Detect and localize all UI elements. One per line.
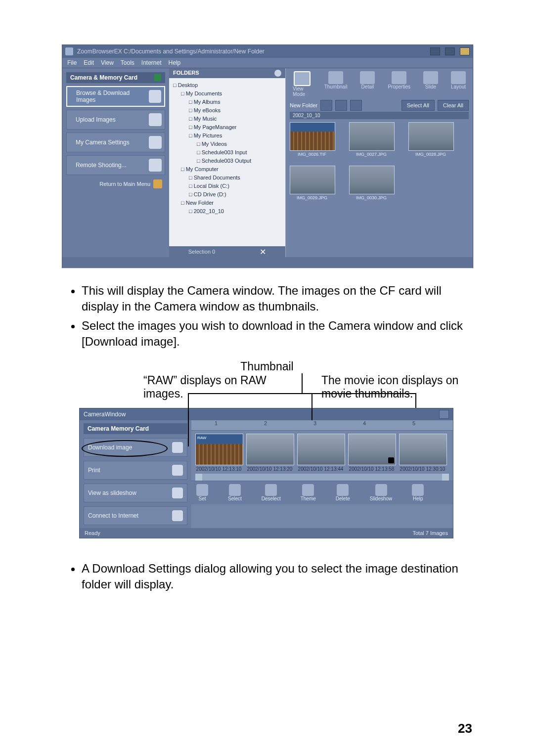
globe-icon [172,510,183,521]
thumbnail-grid: IMG_0026.TIFIMG_0027.JPGIMG_0028.JPGIMG_… [290,122,469,257]
toolbar-button[interactable]: Select [228,484,242,501]
left-panel: Camera & Memory Card Browse & Download I… [62,68,169,257]
folder-tree[interactable]: □ Desktop□ My Documents□ My Albums□ My e… [169,78,285,219]
row-label: Download image [88,444,132,451]
camera-window-title: CameraWindow [84,411,126,418]
tree-node[interactable]: □ My PageManager [171,123,283,132]
nav-remote-shooting[interactable]: Remote Shooting... [66,155,165,175]
ruler-mark: 5 [389,420,439,430]
menu-help[interactable]: Help [169,59,181,66]
toolbar-button[interactable]: Set [196,484,208,501]
menu-bar: File Edit View Tools Internet Help [62,58,473,68]
toolbar-button[interactable]: Delete [336,484,350,501]
path-bar: 2002_10_10 [290,112,469,119]
tree-node[interactable]: □ My Pictures [171,132,283,140]
menu-edit[interactable]: Edit [84,59,94,66]
print-button[interactable]: Print [84,461,187,480]
tree-node[interactable]: □ My Computer [171,165,283,174]
row-label: View as slideshow [88,489,136,496]
nav-upload[interactable]: Upload Images [66,110,165,130]
view-mode[interactable]: Thumbnail [324,71,348,97]
nav-browse-download[interactable]: Browse & Download Images [66,86,165,107]
nav-label: Browse & Download Images [76,89,149,103]
tree-node[interactable]: □ My Music [171,115,283,123]
instruction-item: A Download Settings dialog allowing you … [82,561,472,593]
zoombrowser-window: ZoomBrowserEX C:/Documents and Settings/… [62,44,473,268]
tree-node[interactable]: □ New Folder [171,199,283,207]
view-mode[interactable]: Properties [388,71,410,97]
instruction-item: This will display the Camera window. The… [82,283,472,315]
tree-node[interactable]: □ My Documents [171,89,283,98]
tree-node[interactable]: □ Schedule003 Output [171,157,283,165]
instruction-list: A Download Settings dialog allowing you … [82,561,472,593]
nav-label: My Camera Settings [76,139,130,146]
maximize-icon[interactable] [445,47,455,55]
thumbnail[interactable]: IMG_0030.JPG [349,166,394,200]
thumbnail[interactable]: IMG_0026.TIF [290,122,334,157]
scrollbar[interactable] [195,474,449,481]
app-icon [65,47,73,55]
camera-thumbnail[interactable]: 2002/10/10 12:13:58 [348,434,395,472]
menu-file[interactable]: File [67,59,77,66]
close-icon[interactable] [439,410,449,419]
view-mode[interactable]: Slide [423,71,438,97]
camera-thumbnail[interactable]: 2002/10/10 12:13:20 [246,434,293,472]
menu-tools[interactable]: Tools [121,59,134,66]
tree-node[interactable]: □ My Albums [171,98,283,106]
tree-node[interactable]: □ Local Disk (C:) [171,182,283,190]
tree-node[interactable]: □ CD Drive (D:) [171,190,283,199]
thumbnail[interactable]: IMG_0029.JPG [290,166,334,200]
download-image-button[interactable]: Download image [84,438,187,457]
view-mode[interactable]: View Mode [293,71,312,97]
selection-count: Selection 0 [188,249,215,255]
nav-return[interactable]: Return to Main Menu [66,178,165,190]
tree-node[interactable]: □ My Videos [171,140,283,148]
thumbnail[interactable]: IMG_0028.JPG [408,122,453,157]
camera-thumbnail[interactable]: RAW2002/10/10 12:13:10 [195,434,242,472]
connector-line [188,393,189,446]
folders-header: FOLDERS [173,70,199,77]
slideshow-button[interactable]: View as slideshow [84,484,187,502]
instruction-list: This will display the Camera window. The… [82,283,472,350]
tree-node[interactable]: □ Desktop [171,81,283,89]
toolbar-button[interactable]: Deselect [262,484,281,501]
tool-button[interactable] [320,100,332,111]
internet-button[interactable]: Connect to Internet [84,506,187,525]
folder-name: New Folder [290,102,317,108]
tree-node[interactable]: □ My eBooks [171,106,283,115]
view-mode[interactable]: Detail [360,71,375,97]
view-mode[interactable]: Layout [451,71,466,97]
close-icon[interactable] [460,47,470,55]
slideshow-icon [172,488,183,498]
tree-node[interactable]: □ Schedule003 Input [171,148,283,157]
upload-icon [149,113,162,126]
print-icon [172,465,183,476]
minimize-icon[interactable] [430,47,440,55]
toolbar-button[interactable]: Help [412,484,424,501]
row-label: Connect to Internet [88,512,138,519]
ruler-mark: 4 [340,420,389,430]
menu-view[interactable]: View [101,59,114,66]
tree-node[interactable]: □ 2002_10_10 [171,207,283,216]
camera-thumbnail[interactable]: 2002/10/10 12:13:44 [297,434,344,472]
close-panel-icon[interactable]: ✕ [260,247,266,257]
clear-all-button[interactable]: Clear All [438,100,469,111]
row-label: Print [88,467,100,474]
camera-thumbnail[interactable]: 2002/10/10 12:30:10 [399,434,446,472]
tool-button[interactable] [335,100,347,111]
tool-button[interactable] [350,100,362,111]
camera-left-panel: Camera Memory Card Download image Print … [80,420,191,528]
ruler-mark: 3 [290,420,340,430]
remote-icon [149,159,162,172]
select-all-button[interactable]: Select All [401,100,435,111]
tree-node[interactable]: □ Shared Documents [171,174,283,182]
raw-badge: RAW [197,436,206,440]
toolbar-button[interactable]: Theme [301,484,316,501]
nav-label: Upload Images [76,116,116,123]
nav-camera-settings[interactable]: My Camera Settings [66,133,165,152]
thumbnail-panel: View ModeThumbnailDetailPropertiesSlideL… [286,68,473,257]
refresh-icon[interactable] [274,70,281,77]
thumbnail[interactable]: IMG_0027.JPG [349,122,394,157]
toolbar-button[interactable]: Slideshow [370,484,393,501]
menu-internet[interactable]: Internet [141,59,162,66]
